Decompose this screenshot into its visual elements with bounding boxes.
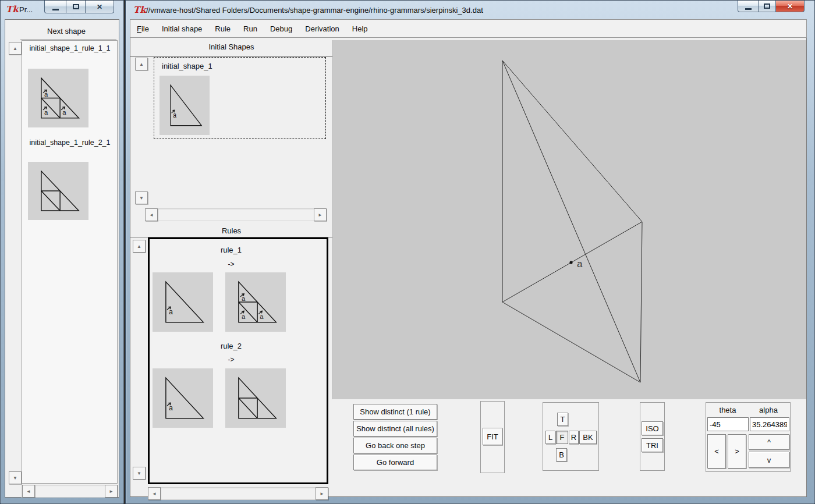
minimize-icon bbox=[52, 9, 59, 10]
horizontal-scrollbar[interactable] bbox=[145, 208, 327, 221]
preview-titlebar[interactable]: Tk Pr... ✕ bbox=[1, 1, 123, 18]
show-distinct-1-rule-button[interactable]: Show distinct (1 rule) bbox=[353, 404, 437, 420]
view-front-button[interactable]: F bbox=[556, 431, 568, 444]
svg-text:a: a bbox=[169, 308, 173, 317]
scroll-left-button[interactable]: ◄ bbox=[148, 487, 161, 500]
maximize-button[interactable] bbox=[758, 1, 776, 12]
left-arrow-icon: ◄ bbox=[26, 489, 31, 494]
scroll-down-button[interactable]: ▼ bbox=[135, 191, 148, 204]
minimize-icon bbox=[745, 8, 752, 10]
down-arrow-icon: ▼ bbox=[139, 196, 144, 201]
rule-name: rule_2 bbox=[150, 342, 313, 350]
menu-item-rule[interactable]: Rule bbox=[208, 20, 237, 37]
item-label: initial_shape_1 bbox=[162, 62, 212, 70]
down-arrow-icon: ▼ bbox=[137, 471, 141, 476]
close-button[interactable]: ✕ bbox=[85, 1, 114, 13]
menu-item-debug[interactable]: Debug bbox=[264, 20, 299, 37]
scroll-up-button[interactable]: ▲ bbox=[9, 42, 22, 55]
close-icon: ✕ bbox=[97, 3, 102, 10]
right-arrow-icon: ► bbox=[320, 491, 324, 496]
scroll-left-button[interactable]: ◄ bbox=[22, 485, 35, 498]
next-shape-list: initial_shape_1_rule_1_1 a a a initial_s… bbox=[22, 40, 118, 484]
close-icon: ✕ bbox=[787, 3, 793, 10]
menu-item-initial-shape[interactable]: Initial shape bbox=[155, 20, 208, 37]
tilt-up-button[interactable]: ^ bbox=[749, 434, 789, 450]
scroll-down-button[interactable]: ▼ bbox=[9, 471, 22, 484]
view-right-button[interactable]: R bbox=[569, 431, 579, 444]
point-marker bbox=[569, 261, 572, 264]
projection-frame bbox=[640, 402, 665, 471]
iso-button[interactable]: ISO bbox=[642, 421, 663, 435]
scroll-up-button[interactable]: ▲ bbox=[135, 58, 148, 70]
next-shape-panel: Next shape ▲ ▼ initial_shape_1_rule_1_1 … bbox=[5, 19, 119, 498]
maximize-button[interactable] bbox=[66, 1, 86, 13]
preview-window: Tk Pr... ✕ Next shape ▲ ▼ initial_shape_… bbox=[0, 0, 124, 504]
right-arrow-icon: ► bbox=[109, 489, 114, 494]
view-left-button[interactable]: L bbox=[545, 431, 555, 444]
go-back-one-step-button[interactable]: Go back one step bbox=[353, 438, 437, 453]
scroll-up-button[interactable]: ▲ bbox=[133, 240, 146, 253]
item-label: initial_shape_1_rule_1_1 bbox=[27, 44, 113, 54]
right-arrow-icon: ► bbox=[318, 212, 323, 218]
rotate-left-button[interactable]: < bbox=[707, 434, 726, 468]
menu-item-help[interactable]: Help bbox=[346, 20, 374, 37]
initial-shapes-title: Initial Shapes bbox=[130, 42, 332, 51]
main-client-area: Initial Shapes ▲ initial_shape_1 a ▼ ◄ ►… bbox=[130, 38, 807, 497]
shape-thumbnail-subdivided bbox=[28, 162, 88, 220]
rule-lhs-thumbnail-plain: a bbox=[153, 272, 213, 332]
horizontal-scrollbar[interactable] bbox=[22, 485, 118, 498]
preview-window-title: Pr... bbox=[19, 5, 33, 14]
minimize-button[interactable] bbox=[738, 1, 759, 12]
menu-item-file[interactable]: File bbox=[130, 20, 155, 37]
svg-text:a: a bbox=[260, 313, 264, 320]
initial-shape-item[interactable]: initial_shape_1 a bbox=[154, 57, 326, 139]
svg-text:a: a bbox=[173, 112, 176, 119]
shape-thumbnail-subdivided-labeled: a a a bbox=[28, 69, 88, 127]
rule-arrow: -> bbox=[150, 260, 313, 268]
close-button[interactable]: ✕ bbox=[775, 1, 805, 12]
rule-name: rule_1 bbox=[150, 246, 313, 254]
rule-arrow: -> bbox=[150, 356, 313, 364]
tk-icon: Tk bbox=[133, 5, 146, 15]
canvas-viewport[interactable]: a bbox=[332, 40, 806, 399]
point-label: a bbox=[577, 258, 583, 269]
left-arrow-icon: ◄ bbox=[149, 212, 154, 218]
up-arrow-icon: ▲ bbox=[13, 46, 17, 51]
tilt-down-button[interactable]: v bbox=[749, 452, 789, 468]
theta-input[interactable] bbox=[707, 417, 749, 431]
main-window-title: //vmware-host/Shared Folders/Documents/s… bbox=[146, 6, 483, 15]
item-label: initial_shape_1_rule_2_1 bbox=[27, 139, 113, 148]
menu-item-run[interactable]: Run bbox=[237, 20, 264, 37]
maximize-icon bbox=[764, 3, 770, 9]
rules-selection-box[interactable]: rule_1 -> a a a bbox=[148, 237, 328, 484]
menu-item-derivation[interactable]: Derivation bbox=[299, 20, 346, 37]
shape-thumbnail-plain: a bbox=[160, 76, 210, 135]
rule-rhs-thumbnail-subdivided bbox=[225, 368, 286, 428]
rotate-right-button[interactable]: > bbox=[728, 434, 746, 468]
fit-button[interactable]: FIT bbox=[483, 428, 502, 445]
svg-text:a: a bbox=[62, 109, 66, 116]
view-back-button[interactable]: BK bbox=[579, 431, 597, 444]
scroll-down-button[interactable]: ▼ bbox=[133, 467, 146, 480]
view-bottom-button[interactable]: B bbox=[556, 448, 567, 462]
main-titlebar[interactable]: Tk //vmware-host/Shared Folders/Document… bbox=[126, 1, 814, 18]
view-top-button[interactable]: T bbox=[557, 413, 568, 426]
alpha-input[interactable] bbox=[750, 417, 789, 431]
scroll-right-button[interactable]: ► bbox=[105, 485, 118, 498]
theta-label: theta bbox=[708, 406, 747, 414]
tri-button[interactable]: TRI bbox=[642, 438, 663, 452]
panel-title: Next shape bbox=[17, 27, 116, 36]
show-distinct-all-rules-button[interactable]: Show distinct (all rules) bbox=[353, 421, 437, 436]
scroll-right-button[interactable]: ► bbox=[316, 487, 328, 500]
svg-text:a: a bbox=[44, 91, 48, 98]
svg-text:a: a bbox=[44, 109, 48, 116]
scroll-left-button[interactable]: ◄ bbox=[145, 208, 158, 221]
scroll-right-button[interactable]: ► bbox=[314, 208, 327, 221]
minimize-button[interactable] bbox=[44, 1, 66, 13]
svg-text:a: a bbox=[169, 404, 173, 413]
svg-text:a: a bbox=[242, 295, 246, 302]
up-arrow-icon: ▲ bbox=[139, 62, 144, 67]
horizontal-scrollbar[interactable] bbox=[148, 487, 328, 500]
alpha-label: alpha bbox=[749, 406, 788, 414]
go-forward-button[interactable]: Go forward bbox=[353, 455, 437, 470]
